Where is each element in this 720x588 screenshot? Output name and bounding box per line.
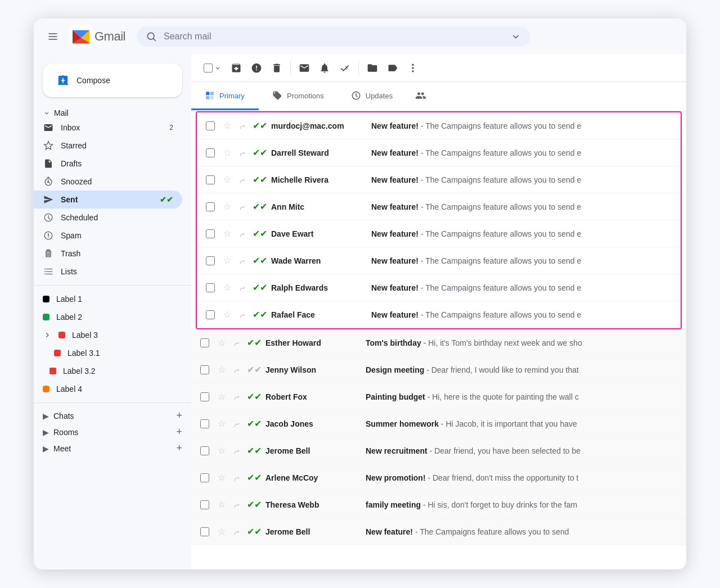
- email-star-0[interactable]: ☆: [222, 120, 233, 131]
- email-checkbox-r6[interactable]: [200, 500, 212, 509]
- email-star-r5[interactable]: ☆: [216, 472, 227, 483]
- email-forward-6[interactable]: [237, 283, 249, 292]
- email-row-regular-2[interactable]: ☆ ✔✔ Robert Fox Painting budget - Hi, he…: [191, 383, 686, 410]
- email-forward-1[interactable]: [237, 148, 249, 157]
- tab-promotions[interactable]: Promotions: [259, 83, 338, 110]
- email-row-highlighted-1[interactable]: ☆ ✔✔ Darrell Steward New feature! - The …: [197, 139, 681, 166]
- sidebar-item-starred[interactable]: Starred: [34, 137, 182, 155]
- email-row-regular-6[interactable]: ☆ ✔✔ Theresa Webb family meeting - Hi si…: [191, 491, 686, 518]
- report-button[interactable]: [248, 59, 266, 77]
- label-button[interactable]: [384, 59, 402, 77]
- compose-button[interactable]: Compose: [43, 64, 182, 97]
- email-row-highlighted-5[interactable]: ☆ ✔✔ Wade Warren New feature! - The Camp…: [197, 247, 681, 274]
- email-star-1[interactable]: ☆: [222, 147, 233, 158]
- email-checkbox-r0[interactable]: [200, 338, 212, 347]
- email-forward-r2[interactable]: [232, 392, 243, 401]
- tab-updates[interactable]: Updates: [338, 83, 406, 110]
- email-checkbox-3[interactable]: [206, 202, 217, 211]
- email-star-3[interactable]: ☆: [222, 201, 233, 212]
- search-dropdown-button[interactable]: [510, 31, 521, 42]
- email-forward-7[interactable]: [237, 310, 249, 319]
- email-star-r0[interactable]: ☆: [216, 337, 227, 348]
- email-checkbox-r5[interactable]: [200, 473, 212, 482]
- sidebar-section-rooms[interactable]: ▶ Rooms +: [34, 424, 191, 440]
- email-forward-r7[interactable]: [232, 527, 243, 536]
- email-row-regular-7[interactable]: ☆ ✔✔ Jerome Bell New feature! - The Camp…: [191, 518, 686, 545]
- email-row-regular-1[interactable]: ☆ ✔✔ Jenny Wilson Design meeting - Dear …: [191, 356, 686, 383]
- sidebar-item-inbox[interactable]: Inbox 2: [34, 119, 182, 137]
- sidebar-item-label1[interactable]: Label 1: [34, 290, 182, 308]
- sidebar-item-drafts[interactable]: Drafts: [34, 155, 182, 173]
- sidebar-item-scheduled[interactable]: Scheduled: [34, 209, 182, 227]
- email-row-highlighted-2[interactable]: ☆ ✔✔ Michelle Rivera New feature! - The …: [197, 166, 681, 193]
- email-star-r4[interactable]: ☆: [216, 445, 227, 456]
- email-star-6[interactable]: ☆: [222, 282, 233, 293]
- tab-primary[interactable]: Primary: [191, 83, 259, 110]
- email-star-2[interactable]: ☆: [222, 174, 233, 185]
- email-checkbox-6[interactable]: [206, 283, 217, 292]
- sidebar-section-meet[interactable]: ▶ Meet +: [34, 440, 191, 456]
- email-forward-r1[interactable]: [232, 365, 243, 374]
- email-checkbox-5[interactable]: [206, 256, 217, 265]
- delete-button[interactable]: [268, 59, 286, 77]
- email-forward-r0[interactable]: [232, 338, 243, 347]
- email-row-regular-3[interactable]: ☆ ✔✔ Jacob Jones Summer homework - Hi Ja…: [191, 410, 686, 437]
- email-row-regular-4[interactable]: ☆ ✔✔ Jerome Bell New recruitment - Dear …: [191, 437, 686, 464]
- email-star-r7[interactable]: ☆: [216, 526, 227, 537]
- meet-add-button[interactable]: +: [176, 442, 182, 454]
- chats-add-button[interactable]: +: [176, 410, 182, 422]
- sidebar-item-label3-2[interactable]: Label 3.2: [34, 362, 182, 380]
- select-all-checkbox[interactable]: [204, 64, 213, 73]
- email-star-5[interactable]: ☆: [222, 255, 233, 266]
- rooms-add-button[interactable]: +: [176, 426, 182, 438]
- sidebar-item-label2[interactable]: Label 2: [34, 308, 182, 326]
- snooze-button[interactable]: [316, 59, 334, 77]
- email-row-highlighted-7[interactable]: ☆ ✔✔ Rafael Face New feature! - The Camp…: [197, 301, 681, 328]
- email-checkbox-1[interactable]: [206, 148, 217, 157]
- archive-button[interactable]: [227, 59, 245, 77]
- search-button[interactable]: [146, 31, 157, 42]
- email-star-7[interactable]: ☆: [222, 309, 233, 320]
- email-star-r3[interactable]: ☆: [216, 418, 227, 429]
- email-checkbox-r7[interactable]: [200, 527, 212, 536]
- sidebar-item-label3[interactable]: Label 3: [34, 326, 182, 344]
- email-checkbox-r3[interactable]: [200, 419, 212, 428]
- sidebar-section-chats[interactable]: ▶ Chats +: [34, 408, 191, 424]
- email-forward-r6[interactable]: [232, 500, 243, 509]
- email-checkbox-4[interactable]: [206, 229, 217, 238]
- email-checkbox-r1[interactable]: [200, 365, 212, 374]
- email-forward-0[interactable]: [237, 121, 249, 130]
- sidebar-item-snoozed[interactable]: z Snoozed: [34, 173, 182, 191]
- email-row-highlighted-3[interactable]: ☆ ✔✔ Ann Mitc New feature! - The Campaig…: [197, 193, 681, 220]
- sidebar-item-trash[interactable]: Trash: [34, 245, 182, 263]
- sidebar-item-sent[interactable]: Sent ✔✔: [34, 191, 182, 209]
- hamburger-button[interactable]: [43, 26, 63, 47]
- email-row-regular-0[interactable]: ☆ ✔✔ Esther Howard Tom's birthday - Hi, …: [191, 329, 686, 356]
- email-checkbox-r4[interactable]: [200, 446, 212, 455]
- email-row-highlighted-0[interactable]: ☆ ✔✔ murdocj@mac.com New feature! - The …: [197, 112, 681, 139]
- email-checkbox-r2[interactable]: [200, 392, 212, 401]
- email-star-r6[interactable]: ☆: [216, 499, 227, 510]
- email-forward-5[interactable]: [237, 256, 249, 265]
- email-star-r1[interactable]: ☆: [216, 364, 227, 375]
- select-checkbox-button[interactable]: [200, 60, 225, 76]
- sidebar-item-label3-1[interactable]: Label 3.1: [34, 344, 182, 362]
- email-checkbox-0[interactable]: [206, 121, 217, 130]
- email-forward-2[interactable]: [237, 175, 249, 184]
- search-input[interactable]: [164, 31, 503, 42]
- check-button[interactable]: [336, 59, 354, 77]
- move-button[interactable]: [363, 59, 381, 77]
- email-star-r2[interactable]: ☆: [216, 391, 227, 402]
- email-star-4[interactable]: ☆: [222, 228, 233, 239]
- sidebar-item-lists[interactable]: Lists: [34, 263, 182, 281]
- email-forward-4[interactable]: [237, 229, 249, 238]
- email-forward-r3[interactable]: [232, 419, 243, 428]
- email-row-regular-5[interactable]: ☆ ✔✔ Arlene McCoy New promotion! - Dear …: [191, 464, 686, 491]
- mark-button[interactable]: [295, 59, 313, 77]
- email-forward-r5[interactable]: [232, 473, 243, 482]
- email-row-highlighted-4[interactable]: ☆ ✔✔ Dave Ewart New feature! - The Campa…: [197, 220, 681, 247]
- email-row-highlighted-6[interactable]: ☆ ✔✔ Ralph Edwards New feature! - The Ca…: [197, 274, 681, 301]
- email-forward-3[interactable]: [237, 202, 249, 211]
- sidebar-item-label4[interactable]: Label 4: [34, 380, 182, 398]
- more-options-button[interactable]: [404, 59, 422, 77]
